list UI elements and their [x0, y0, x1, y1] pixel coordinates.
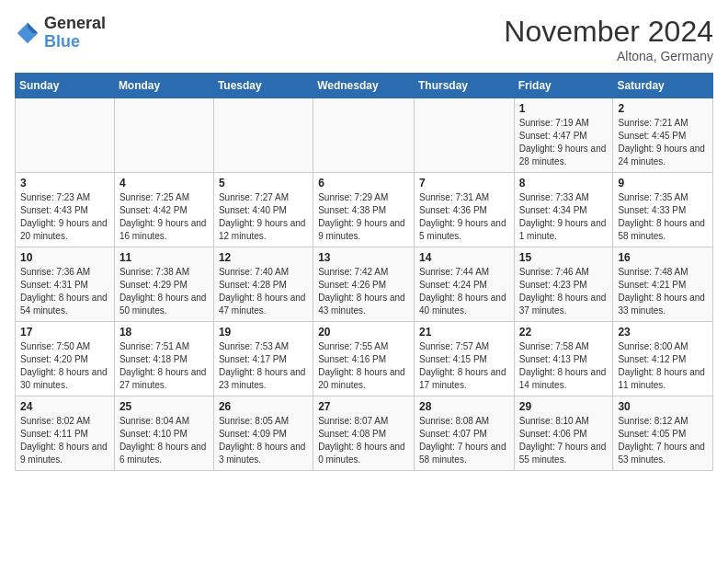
day-info: Sunrise: 7:40 AM Sunset: 4:28 PM Dayligh…	[219, 266, 308, 317]
day-number: 3	[20, 177, 109, 190]
weekday-header: Monday	[114, 74, 213, 98]
day-number: 5	[219, 177, 308, 190]
day-number: 22	[519, 326, 609, 339]
day-info: Sunrise: 7:53 AM Sunset: 4:17 PM Dayligh…	[219, 340, 308, 392]
calendar-cell: 30Sunrise: 8:12 AM Sunset: 4:05 PM Dayli…	[613, 396, 713, 471]
day-info: Sunrise: 7:35 AM Sunset: 4:33 PM Dayligh…	[618, 191, 708, 243]
calendar-cell: 19Sunrise: 7:53 AM Sunset: 4:17 PM Dayli…	[213, 322, 313, 396]
day-info: Sunrise: 7:42 AM Sunset: 4:26 PM Dayligh…	[318, 266, 409, 317]
day-number: 28	[419, 400, 509, 413]
day-number: 25	[119, 400, 209, 413]
calendar-cell: 2Sunrise: 7:21 AM Sunset: 4:45 PM Daylig…	[613, 98, 713, 173]
day-number: 20	[318, 326, 409, 339]
day-info: Sunrise: 8:07 AM Sunset: 4:08 PM Dayligh…	[318, 415, 409, 466]
day-info: Sunrise: 8:05 AM Sunset: 4:09 PM Dayligh…	[219, 415, 308, 466]
calendar-cell	[313, 98, 415, 173]
calendar-cell: 16Sunrise: 7:48 AM Sunset: 4:21 PM Dayli…	[613, 247, 713, 322]
calendar-cell	[213, 98, 313, 173]
day-number: 15	[519, 251, 609, 264]
calendar-cell: 8Sunrise: 7:33 AM Sunset: 4:34 PM Daylig…	[514, 173, 613, 247]
calendar-cell: 12Sunrise: 7:40 AM Sunset: 4:28 PM Dayli…	[213, 247, 313, 322]
calendar-cell: 20Sunrise: 7:55 AM Sunset: 4:16 PM Dayli…	[313, 322, 415, 396]
day-info: Sunrise: 7:48 AM Sunset: 4:21 PM Dayligh…	[618, 266, 708, 317]
calendar-cell	[16, 98, 115, 173]
day-info: Sunrise: 8:00 AM Sunset: 4:12 PM Dayligh…	[618, 340, 708, 392]
day-info: Sunrise: 8:12 AM Sunset: 4:05 PM Dayligh…	[618, 415, 708, 466]
weekday-header: Thursday	[414, 74, 514, 98]
day-number: 16	[618, 251, 708, 264]
calendar-cell: 9Sunrise: 7:35 AM Sunset: 4:33 PM Daylig…	[613, 173, 713, 247]
weekday-header: Tuesday	[213, 74, 313, 98]
location: Altona, Germany	[504, 49, 713, 63]
day-info: Sunrise: 8:04 AM Sunset: 4:10 PM Dayligh…	[119, 415, 209, 466]
logo-text: General Blue	[44, 15, 106, 52]
day-number: 27	[318, 400, 409, 413]
logo-icon	[15, 20, 40, 46]
day-number: 23	[618, 326, 708, 339]
day-info: Sunrise: 7:36 AM Sunset: 4:31 PM Dayligh…	[20, 266, 109, 317]
day-info: Sunrise: 7:50 AM Sunset: 4:20 PM Dayligh…	[20, 340, 109, 392]
calendar-cell: 7Sunrise: 7:31 AM Sunset: 4:36 PM Daylig…	[414, 173, 514, 247]
logo: General Blue	[15, 15, 106, 52]
day-info: Sunrise: 7:44 AM Sunset: 4:24 PM Dayligh…	[419, 266, 509, 317]
calendar-cell: 27Sunrise: 8:07 AM Sunset: 4:08 PM Dayli…	[313, 396, 415, 471]
calendar-cell: 6Sunrise: 7:29 AM Sunset: 4:38 PM Daylig…	[313, 173, 415, 247]
day-number: 19	[219, 326, 308, 339]
day-info: Sunrise: 8:10 AM Sunset: 4:06 PM Dayligh…	[519, 415, 609, 466]
weekday-header: Wednesday	[313, 74, 415, 98]
day-number: 4	[119, 177, 209, 190]
day-number: 9	[618, 177, 708, 190]
day-info: Sunrise: 7:29 AM Sunset: 4:38 PM Dayligh…	[318, 191, 409, 243]
calendar-week-row: 17Sunrise: 7:50 AM Sunset: 4:20 PM Dayli…	[16, 322, 713, 396]
day-number: 8	[519, 177, 609, 190]
calendar-cell: 29Sunrise: 8:10 AM Sunset: 4:06 PM Dayli…	[514, 396, 613, 471]
calendar-cell: 23Sunrise: 8:00 AM Sunset: 4:12 PM Dayli…	[613, 322, 713, 396]
day-info: Sunrise: 7:31 AM Sunset: 4:36 PM Dayligh…	[419, 191, 509, 243]
day-number: 17	[20, 326, 109, 339]
weekday-header: Sunday	[16, 74, 115, 98]
day-info: Sunrise: 8:08 AM Sunset: 4:07 PM Dayligh…	[419, 415, 509, 466]
calendar-cell: 22Sunrise: 7:58 AM Sunset: 4:13 PM Dayli…	[514, 322, 613, 396]
day-number: 12	[219, 251, 308, 264]
title-block: November 2024 Altona, Germany	[504, 15, 713, 63]
calendar-cell: 11Sunrise: 7:38 AM Sunset: 4:29 PM Dayli…	[114, 247, 213, 322]
calendar-cell: 17Sunrise: 7:50 AM Sunset: 4:20 PM Dayli…	[16, 322, 115, 396]
day-number: 7	[419, 177, 509, 190]
weekday-header: Friday	[514, 74, 613, 98]
month-title: November 2024	[504, 15, 713, 49]
day-number: 29	[519, 400, 609, 413]
day-number: 18	[119, 326, 209, 339]
day-info: Sunrise: 7:23 AM Sunset: 4:43 PM Dayligh…	[20, 191, 109, 243]
page-header: General Blue November 2024 Altona, Germa…	[15, 15, 713, 63]
day-info: Sunrise: 7:19 AM Sunset: 4:47 PM Dayligh…	[519, 117, 609, 168]
day-info: Sunrise: 7:21 AM Sunset: 4:45 PM Dayligh…	[618, 117, 708, 168]
day-number: 14	[419, 251, 509, 264]
day-info: Sunrise: 7:58 AM Sunset: 4:13 PM Dayligh…	[519, 340, 609, 392]
calendar-cell: 18Sunrise: 7:51 AM Sunset: 4:18 PM Dayli…	[114, 322, 213, 396]
day-number: 30	[618, 400, 708, 413]
calendar-table: SundayMondayTuesdayWednesdayThursdayFrid…	[15, 73, 713, 471]
day-info: Sunrise: 7:55 AM Sunset: 4:16 PM Dayligh…	[318, 340, 409, 392]
calendar-cell: 21Sunrise: 7:57 AM Sunset: 4:15 PM Dayli…	[414, 322, 514, 396]
day-info: Sunrise: 8:02 AM Sunset: 4:11 PM Dayligh…	[20, 415, 109, 466]
calendar-cell: 15Sunrise: 7:46 AM Sunset: 4:23 PM Dayli…	[514, 247, 613, 322]
day-info: Sunrise: 7:33 AM Sunset: 4:34 PM Dayligh…	[519, 191, 609, 243]
logo-line2: Blue	[44, 33, 106, 52]
day-info: Sunrise: 7:25 AM Sunset: 4:42 PM Dayligh…	[119, 191, 209, 243]
day-info: Sunrise: 7:27 AM Sunset: 4:40 PM Dayligh…	[219, 191, 308, 243]
day-number: 10	[20, 251, 109, 264]
day-number: 21	[419, 326, 509, 339]
calendar-cell: 10Sunrise: 7:36 AM Sunset: 4:31 PM Dayli…	[16, 247, 115, 322]
calendar-cell: 25Sunrise: 8:04 AM Sunset: 4:10 PM Dayli…	[114, 396, 213, 471]
day-number: 2	[618, 102, 708, 115]
day-info: Sunrise: 7:51 AM Sunset: 4:18 PM Dayligh…	[119, 340, 209, 392]
calendar-week-row: 1Sunrise: 7:19 AM Sunset: 4:47 PM Daylig…	[16, 98, 713, 173]
calendar-cell: 13Sunrise: 7:42 AM Sunset: 4:26 PM Dayli…	[313, 247, 415, 322]
calendar-cell: 3Sunrise: 7:23 AM Sunset: 4:43 PM Daylig…	[16, 173, 115, 247]
calendar-cell: 24Sunrise: 8:02 AM Sunset: 4:11 PM Dayli…	[16, 396, 115, 471]
day-number: 6	[318, 177, 409, 190]
calendar-cell: 4Sunrise: 7:25 AM Sunset: 4:42 PM Daylig…	[114, 173, 213, 247]
day-number: 13	[318, 251, 409, 264]
calendar-week-row: 3Sunrise: 7:23 AM Sunset: 4:43 PM Daylig…	[16, 173, 713, 247]
day-info: Sunrise: 7:57 AM Sunset: 4:15 PM Dayligh…	[419, 340, 509, 392]
